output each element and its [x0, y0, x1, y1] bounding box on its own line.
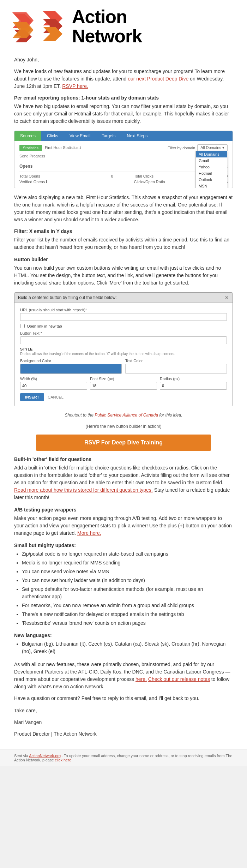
list-item: Media is no longer required for MMS send…: [22, 559, 233, 567]
domain-option-msn[interactable]: MSN: [196, 183, 227, 188]
style-label: STYLE: [20, 347, 227, 351]
sub-tab-first-hour[interactable]: First Hour Statistics ℹ: [45, 145, 81, 150]
signature-block: Take care, Mari Vangen Product Director …: [14, 707, 233, 738]
open-new-tab-checkbox[interactable]: [20, 324, 25, 328]
bg-color-swatch[interactable]: [20, 364, 122, 374]
btn-builder-screenshot: Build a centered button by filling out t…: [14, 292, 233, 406]
release-notes-link[interactable]: Check out our release notes: [148, 676, 210, 682]
ab-testing-title: A/B testing page wrappers: [14, 507, 233, 513]
opens-label: Opens: [19, 164, 32, 169]
tab-clicks[interactable]: Clicks: [41, 131, 64, 141]
total-clicks-label: Total Clicks: [134, 174, 154, 178]
email-body: Ahoy John, We have loads of new features…: [0, 49, 247, 749]
take-care: Take care,: [14, 707, 233, 714]
list-item: You can now set hourly ladder waits (in …: [22, 577, 233, 584]
width-input[interactable]: [20, 382, 87, 390]
shoutout: Shoutout to the Public Service Alliance …: [14, 412, 233, 418]
coop-link[interactable]: here.: [135, 676, 147, 682]
intro-paragraph: We have loads of new features and update…: [14, 68, 233, 90]
footer-sent-via: Sent via: [14, 754, 29, 758]
sub-tab-statistics[interactable]: Statistics: [19, 145, 42, 151]
filter-label: Filter by domain: [168, 146, 195, 150]
small-updates-title: Small but mighty updates:: [14, 543, 233, 548]
bg-color-label: Background Color: [20, 359, 122, 363]
text-color-swatch[interactable]: [125, 364, 227, 374]
font-size-input[interactable]: [90, 382, 157, 390]
radius-input[interactable]: [160, 382, 227, 390]
list-item: Zip/postal code is no longer required in…: [22, 550, 233, 558]
button-builder-title: Button builder: [14, 257, 233, 262]
width-col: Width (%): [20, 377, 87, 390]
filter-x-emails-section: Filter: X emails in Y days Filter your l…: [14, 228, 233, 251]
width-label: Width (%): [20, 377, 87, 381]
total-opens-cell: Total Opens 0: [19, 174, 113, 178]
rsvp-link[interactable]: RSVP here.: [62, 83, 88, 89]
question-comment: Have a question or comment? Feel free to…: [14, 695, 233, 702]
logo-action: Action: [72, 7, 142, 26]
verified-opens-cell: Verified Opens ℹ: [19, 180, 113, 184]
new-languages-list: Bulgarian (bg), Lithuanian (lt), Czech (…: [14, 640, 233, 655]
domain-dropdown[interactable]: All Domains ▾ All Domains Gmail Yahoo Ho…: [197, 144, 228, 151]
email-reporting-title: Per email reporting options: 1-hour stat…: [14, 95, 233, 101]
filter-x-title: Filter: X emails in Y days: [14, 228, 233, 234]
footer-period: .: [72, 758, 73, 762]
new-languages-title: New languages:: [14, 633, 233, 638]
open-new-tab-label: Open link in new tab: [27, 324, 62, 328]
domain-option-yahoo[interactable]: Yahoo: [196, 164, 227, 170]
small-updates-list: Zip/postal code is no longer required in…: [14, 550, 233, 627]
email-reporting-section: Per email reporting options: 1-hour stat…: [14, 95, 233, 125]
tab-targets[interactable]: Targets: [96, 131, 121, 141]
font-size-label: Font Size (px): [90, 377, 157, 381]
list-item: For networks, You can now remove an admi…: [22, 602, 233, 609]
button-builder-body: You can now build your own custom button…: [14, 264, 233, 287]
total-opens-val: 0: [111, 174, 113, 178]
url-input[interactable]: [20, 313, 227, 321]
domain-option-all[interactable]: All Domains: [196, 151, 227, 157]
cancel-button[interactable]: CANCEL: [48, 395, 64, 399]
insert-button[interactable]: INSERT: [20, 393, 44, 401]
builtin-other-title: Built-in 'other' field for questions: [14, 456, 233, 462]
filter-area: Filter by domain All Domains ▾ All Domai…: [168, 144, 228, 151]
color-row: Background Color Text Color: [20, 359, 227, 374]
url-label: URL (usually should start with https://)…: [20, 308, 227, 312]
email-header: Action Network: [0, 0, 247, 49]
btn-builder-body: URL (usually should start with https://)…: [14, 303, 233, 406]
radius-col: Radius (px): [160, 377, 227, 390]
domain-option-gmail[interactable]: Gmail: [196, 157, 227, 164]
close-icon[interactable]: ✕: [225, 295, 229, 300]
email-reporting-body: We have two big updates to email reporti…: [14, 103, 233, 125]
footer-actionnetwork-link[interactable]: ActionNetwork.org: [29, 754, 61, 758]
rsvp-btn-container: RSVP For Deep Dive Training: [14, 435, 233, 451]
more-here-link[interactable]: More here.: [77, 530, 101, 536]
stats-tabs-bar: Sources Clicks View Email Targets Next S…: [14, 131, 233, 141]
tab-next-steps[interactable]: Next Steps: [121, 131, 153, 141]
psac-link[interactable]: Public Service Alliance of Canada: [95, 413, 158, 418]
domain-option-hotmail[interactable]: Hotmail: [196, 170, 227, 176]
dialog-btn-row: INSERT CANCEL: [20, 393, 227, 401]
btn-builder-header: Build a centered button by filling out t…: [14, 293, 233, 303]
domain-option-outlook[interactable]: Outlook: [196, 176, 227, 183]
question-types-link[interactable]: Read more about how this is stored for d…: [14, 487, 153, 493]
ab-testing-body: Make your action pages even more engagin…: [14, 515, 233, 537]
signer-name: Mari Vangen: [14, 719, 233, 726]
first-hour-body: We're also displaying a new tab, First H…: [14, 194, 233, 223]
builtin-other-section: Built-in 'other' field for questions Add…: [14, 456, 233, 501]
open-new-tab-row: Open link in new tab: [20, 324, 227, 328]
rsvp-button[interactable]: RSVP For Deep Dive Training: [36, 435, 211, 451]
footer-click-here-link[interactable]: click here: [55, 758, 71, 762]
stats-main-area: Statistics First Hour Statistics ℹ Filte…: [14, 141, 233, 188]
greeting: Ahoy John,: [14, 56, 233, 64]
tab-sources[interactable]: Sources: [14, 131, 41, 141]
button-text-input[interactable]: [20, 336, 227, 344]
small-updates-section: Small but mighty updates: Zip/postal cod…: [14, 543, 233, 627]
deep-dive-link[interactable]: our next Product Deep Dive: [128, 76, 188, 82]
logo-arrows: [43, 11, 68, 41]
new-languages-section: New languages: Bulgarian (bg), Lithuania…: [14, 633, 233, 655]
tab-view-email[interactable]: View Email: [64, 131, 96, 141]
text-color-label: Text Color: [125, 359, 227, 363]
ab-testing-section: A/B testing page wrappers Make your acti…: [14, 507, 233, 537]
list-item: Bulgarian (bg), Lithuanian (lt), Czech (…: [22, 640, 233, 655]
signer-title: Product Director | The Action Network: [14, 730, 233, 738]
logo-network: Network: [72, 26, 142, 46]
partners-paragraph: As with all our new features, these were…: [14, 661, 233, 690]
